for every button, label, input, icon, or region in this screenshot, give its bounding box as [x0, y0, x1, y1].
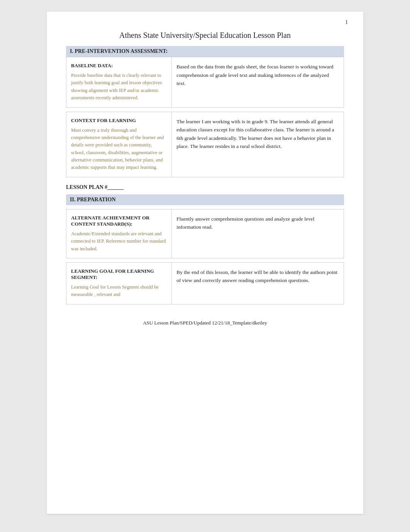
learning-goal-hint: Learning Goal for Lesson Segment should … — [71, 284, 167, 299]
table-row: ALTERNATE ACHIEVEMENT OR CONTENT STANDAR… — [66, 209, 344, 258]
context-value: The learner I am working with is in grad… — [176, 117, 339, 151]
context-hint: Must convey a truly thorough and compreh… — [71, 127, 167, 172]
baseline-data-right-cell: Based on the data from the goals sheet, … — [172, 57, 344, 108]
context-for-learning-table: CONTEXT FOR LEARNING Must convey a truly… — [66, 112, 344, 177]
table-row: BASELINE DATA: Provide baseline data tha… — [66, 57, 344, 108]
alternate-achievement-table: ALTERNATE ACHIEVEMENT OR CONTENT STANDAR… — [66, 209, 344, 258]
alternate-right-cell: Fluently answer comprehension questions … — [172, 209, 344, 258]
alternate-label: ALTERNATE ACHIEVEMENT OR CONTENT STANDAR… — [71, 215, 167, 227]
footer: ASU Lesson Plan/SPED/Updated 12/21/18_Te… — [66, 320, 344, 326]
learning-goal-label: LEARNING GOAL FOR LEARNING SEGMENT: — [71, 268, 167, 280]
learning-goal-left-cell: LEARNING GOAL FOR LEARNING SEGMENT: Lear… — [66, 262, 172, 304]
alternate-left-cell: ALTERNATE ACHIEVEMENT OR CONTENT STANDAR… — [66, 209, 172, 258]
alternate-value: Fluently answer comprehension questions … — [176, 215, 339, 231]
learning-goal-table: LEARNING GOAL FOR LEARNING SEGMENT: Lear… — [66, 262, 344, 304]
context-right-cell: The learner I am working with is in grad… — [172, 112, 344, 177]
page: 1 Athens State University/Special Educat… — [47, 12, 363, 514]
lesson-plan-line: LESSON PLAN #______ — [66, 184, 344, 190]
section-header-preparation: II. PREPARATION — [66, 194, 344, 205]
section-header-pre-intervention: I. PRE-INTERVENTION ASSESSMENT: — [66, 46, 344, 57]
baseline-data-table: BASELINE DATA: Provide baseline data tha… — [66, 57, 344, 108]
alternate-hint: Academic/Extended standards are relevant… — [71, 230, 167, 253]
table-row: CONTEXT FOR LEARNING Must convey a truly… — [66, 112, 344, 177]
learning-goal-right-cell: By the end of this lesson, the learner w… — [172, 262, 344, 304]
page-title: Athens State University/Special Educatio… — [66, 31, 344, 40]
baseline-data-left-cell: BASELINE DATA: Provide baseline data tha… — [66, 57, 172, 108]
context-label: CONTEXT FOR LEARNING — [71, 117, 167, 124]
learning-goal-value: By the end of this lesson, the learner w… — [176, 268, 339, 285]
context-left-cell: CONTEXT FOR LEARNING Must convey a truly… — [66, 112, 172, 177]
baseline-data-label: BASELINE DATA: — [71, 63, 167, 69]
page-number: 1 — [345, 19, 348, 25]
baseline-data-hint: Provide baseline data that is clearly re… — [71, 72, 167, 102]
baseline-data-value: Based on the data from the goals sheet, … — [176, 63, 339, 88]
table-row: LEARNING GOAL FOR LEARNING SEGMENT: Lear… — [66, 262, 344, 304]
